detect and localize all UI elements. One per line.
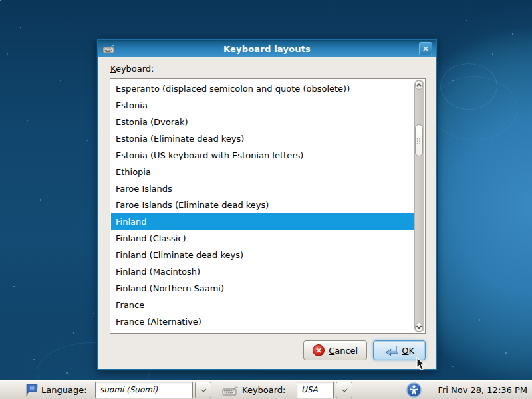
keyboard-layouts-dialog: Keyboard layouts × Keyboard: Esperanto (… xyxy=(97,39,437,370)
keyboard-combo-field[interactable]: USA xyxy=(297,382,334,398)
list-item[interactable]: Finland (Macintosh) xyxy=(111,263,414,280)
language-flag-icon xyxy=(24,382,39,398)
accessibility-icon[interactable] xyxy=(406,382,422,398)
list-item[interactable]: Estonia (Eliminate dead keys) xyxy=(111,130,414,147)
scrollbar-thumb[interactable] xyxy=(415,124,423,156)
language-label: Language: xyxy=(41,380,87,399)
cancel-x-icon: × xyxy=(313,344,325,356)
dialog-button-row: × Cancel OK xyxy=(303,340,426,360)
ok-button-label: OK xyxy=(402,346,414,356)
scroll-up-button[interactable] xyxy=(415,80,423,90)
list-item[interactable]: Faroe Islands xyxy=(111,180,414,197)
mouse-cursor xyxy=(416,357,426,372)
cancel-button-label: Cancel xyxy=(329,346,358,356)
list-item[interactable]: Estonia (Dvorak) xyxy=(111,114,414,130)
chevron-down-icon xyxy=(341,386,346,392)
list-item[interactable]: France xyxy=(111,297,414,313)
list-item[interactable]: Faroe Islands (Eliminate dead keys) xyxy=(111,197,414,213)
keyboard-field-label: Keyboard: xyxy=(110,64,154,74)
chevron-down-icon xyxy=(200,386,205,392)
list-item[interactable]: France (Alternative) xyxy=(111,313,414,330)
scrollbar-grip-icon xyxy=(416,138,422,144)
wallpaper-stars xyxy=(0,0,1,1)
keyboard-icon xyxy=(102,44,116,54)
dialog-title: Keyboard layouts xyxy=(223,44,311,54)
keyboard-icon xyxy=(222,385,239,396)
close-icon[interactable]: × xyxy=(419,42,432,55)
list-item[interactable]: Estonia (US keyboard with Estonian lette… xyxy=(111,147,414,164)
dialog-titlebar[interactable]: Keyboard layouts × xyxy=(98,40,436,57)
wallpaper-ring xyxy=(431,76,517,140)
enter-arrow-icon xyxy=(384,345,398,356)
scroll-down-button[interactable] xyxy=(415,323,423,332)
chevron-up-icon xyxy=(416,83,422,88)
clock: Fri Nov 28, 12:36 PM xyxy=(438,380,527,399)
chevron-down-icon xyxy=(416,323,422,329)
list-item[interactable]: Finland (Northern Saami) xyxy=(111,280,414,297)
keyboard-dropdown-button[interactable] xyxy=(336,382,352,398)
list-item[interactable]: Esperanto (displaced semicolon and quote… xyxy=(111,80,414,97)
keyboard-layout-list: Esperanto (displaced semicolon and quote… xyxy=(111,80,414,332)
cancel-button[interactable]: × Cancel xyxy=(303,340,367,360)
keyboard-label: Keyboard: xyxy=(242,380,286,399)
list-item[interactable]: Estonia xyxy=(111,97,414,114)
list-item[interactable]: Finland (Classic) xyxy=(111,230,414,247)
language-combo-field[interactable]: suomi (Suomi) xyxy=(95,382,193,398)
list-item[interactable]: Finland xyxy=(111,213,414,230)
language-dropdown-button[interactable] xyxy=(195,382,211,398)
keyboard-layout-listbox: Esperanto (displaced semicolon and quote… xyxy=(110,78,426,334)
bottom-panel: Language: suomi (Suomi) Keyboard: USA Fr… xyxy=(0,380,532,399)
list-item[interactable]: Ethiopia xyxy=(111,164,414,180)
list-item[interactable]: Finland (Eliminate dead keys) xyxy=(111,247,414,263)
vertical-scrollbar[interactable] xyxy=(414,80,424,332)
dialog-content: Keyboard: Esperanto (displaced semicolon… xyxy=(100,57,434,368)
